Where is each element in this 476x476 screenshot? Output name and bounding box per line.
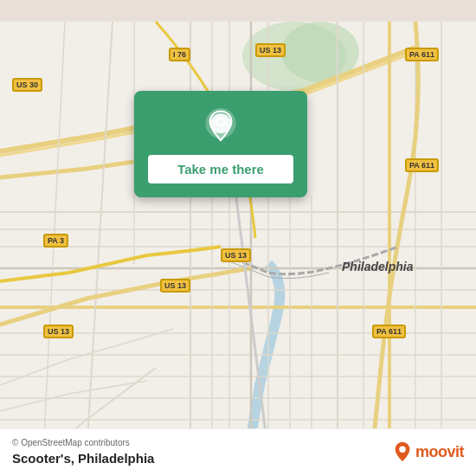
road-badge-us13-far: US 13 <box>43 325 74 338</box>
bottom-bar: © OpenStreetMap contributors Scooter's, … <box>0 428 476 476</box>
road-badge-pa611-mid: PA 611 <box>405 158 439 172</box>
place-name: Scooter's, Philadelphia <box>12 451 154 466</box>
road-badge-pa3: PA 3 <box>43 234 68 248</box>
map-svg <box>0 0 476 476</box>
road-badge-us13-sw: US 13 <box>160 279 190 293</box>
map-container: I 76 US 13 US 30 PA 611 PA 611 PA 3 US 1… <box>0 0 476 476</box>
road-badge-pa611-top: PA 611 <box>405 48 439 61</box>
city-label: Philadelphia <box>342 260 413 273</box>
osm-attribution: © OpenStreetMap contributors <box>12 438 154 447</box>
location-pin-icon <box>202 108 240 146</box>
road-badge-pa611-low: PA 611 <box>372 325 406 338</box>
moovit-brand-text: moovit <box>415 443 464 461</box>
svg-rect-0 <box>0 22 476 454</box>
take-me-there-button[interactable]: Take me there <box>148 155 293 183</box>
moovit-logo: moovit <box>393 441 464 463</box>
place-card: Take me there <box>134 91 307 197</box>
moovit-pin-icon <box>393 441 412 463</box>
road-badge-i76: I 76 <box>169 48 190 61</box>
road-badge-us13-top: US 13 <box>255 43 286 57</box>
svg-point-6 <box>399 447 405 453</box>
bottom-left: © OpenStreetMap contributors Scooter's, … <box>12 438 154 466</box>
road-badge-us13-mid: US 13 <box>221 248 251 262</box>
road-badge-us30: US 30 <box>12 78 42 92</box>
